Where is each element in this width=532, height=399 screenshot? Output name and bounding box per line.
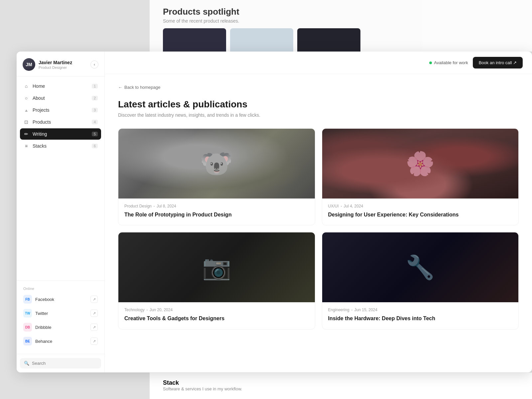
- main-content: Available for work Book an intro call ↗ …: [105, 52, 532, 372]
- sidebar-item-facebook[interactable]: FB Facebook ↗: [20, 293, 101, 306]
- back-to-homepage-link[interactable]: ← Back to homepage: [118, 85, 519, 90]
- page-subtitle: Discover the latest industry news, insig…: [118, 112, 519, 118]
- article-body-4: Engineering Jun 15, 2024 Inside the Hard…: [322, 302, 519, 329]
- twitter-badge: TW: [23, 309, 32, 318]
- sidebar-item-label-projects: Projects: [33, 107, 92, 113]
- sidebar-item-label-stacks: Stacks: [33, 143, 92, 149]
- article-date-1: Jul 8, 2024: [157, 204, 176, 208]
- article-body-3: Technology Jun 20, 2024 Creative Tools &…: [118, 302, 315, 329]
- pen-icon: ✏: [23, 131, 29, 137]
- avatar: JM: [23, 58, 35, 71]
- article-body-1: Product Design Jul 8, 2024 The Role of P…: [118, 199, 315, 225]
- sidebar-item-about[interactable]: ○ About 2: [20, 92, 101, 104]
- search-section: 🔍: [17, 354, 104, 372]
- article-title-3: Creative Tools & Gadgets for Designers: [124, 315, 309, 322]
- online-label: Online: [20, 284, 101, 293]
- online-section: Online FB Facebook ↗ TW Twitter ↗ DB Dri…: [17, 280, 104, 354]
- article-date-4: Jun 15, 2024: [354, 308, 377, 312]
- bg-products-title: Products spotlight: [163, 7, 519, 17]
- article-category-1: Product Design: [124, 204, 152, 208]
- sidebar-item-num-home: 1: [92, 84, 98, 88]
- sidebar-item-products[interactable]: ⊡ Products 4: [20, 116, 101, 128]
- sidebar-item-dribbble[interactable]: DB Dribbble ↗: [20, 321, 101, 334]
- back-label: Back to homepage: [124, 85, 160, 90]
- bg-product-img-1: [163, 28, 226, 55]
- sidebar-item-behance[interactable]: BE Behance ↗: [20, 334, 101, 348]
- article-card-3[interactable]: Technology Jun 20, 2024 Creative Tools &…: [118, 232, 315, 329]
- sidebar-item-label-about: About: [33, 95, 92, 101]
- article-category-2: UX/UI: [328, 204, 339, 208]
- bg-stack-bar: Stack Software & services I use in my wo…: [150, 372, 532, 399]
- home-icon: ⌂: [23, 83, 29, 89]
- book-intro-call-button[interactable]: Book an intro call ↗: [473, 57, 523, 68]
- top-bar: Available for work Book an intro call ↗: [105, 52, 532, 74]
- bg-stack-subtitle: Software & services I use in my workflow…: [163, 386, 519, 391]
- sidebar-item-label-products: Products: [33, 119, 92, 125]
- user-icon: ○: [23, 95, 29, 101]
- status-indicator: Available for work: [429, 60, 468, 65]
- book-btn-label: Book an intro call ↗: [479, 60, 517, 65]
- nav-section: ⌂ Home 1 ○ About 2 ⟁ Projects 3 ⊡ Produc…: [17, 76, 104, 280]
- bg-product-img-2: [230, 28, 293, 55]
- sidebar-item-num-products: 4: [92, 120, 98, 124]
- articles-grid: Product Design Jul 8, 2024 The Role of P…: [118, 128, 519, 330]
- behance-link-icon: ↗: [90, 337, 98, 345]
- sidebar-item-label-writing: Writing: [33, 131, 92, 137]
- facebook-label: Facebook: [35, 297, 90, 302]
- article-image-2: [322, 129, 519, 199]
- bg-stack-title: Stack: [163, 379, 519, 386]
- briefcase-icon: ⟁: [23, 107, 29, 113]
- sidebar-item-projects[interactable]: ⟁ Projects 3: [20, 104, 101, 116]
- article-image-1: [118, 129, 315, 199]
- status-text: Available for work: [434, 60, 468, 65]
- article-card-1[interactable]: Product Design Jul 8, 2024 The Role of P…: [118, 128, 315, 225]
- article-card-2[interactable]: UX/UI Jul 4, 2024 Designing for User Exp…: [322, 128, 519, 225]
- article-date-2: Jul 4, 2024: [344, 204, 363, 208]
- article-body-2: UX/UI Jul 4, 2024 Designing for User Exp…: [322, 199, 519, 225]
- search-box[interactable]: 🔍: [20, 358, 101, 368]
- article-title-2: Designing for User Experience: Key Consi…: [328, 211, 513, 218]
- article-meta-2: UX/UI Jul 4, 2024: [328, 204, 513, 208]
- sidebar-item-twitter[interactable]: TW Twitter ↗: [20, 307, 101, 320]
- collapse-sidebar-button[interactable]: ‹: [90, 61, 98, 68]
- article-title-4: Inside the Hardware: Deep Dives into Tec…: [328, 315, 513, 322]
- sidebar-item-num-projects: 3: [92, 108, 98, 112]
- sidebar-item-stacks[interactable]: ≡ Stacks 6: [20, 140, 101, 152]
- article-category-3: Technology: [124, 308, 145, 312]
- dribbble-badge: DB: [23, 323, 32, 332]
- user-role: Product Designer: [39, 66, 72, 69]
- twitter-link-icon: ↗: [90, 310, 98, 317]
- facebook-badge: FB: [23, 295, 32, 304]
- dribbble-label: Dribbble: [35, 325, 90, 330]
- user-info: JM Javier Martinez Product Designer: [23, 58, 72, 71]
- article-image-4: [322, 232, 519, 302]
- sidebar-item-num-stacks: 6: [92, 144, 98, 148]
- article-date-3: Jun 20, 2024: [150, 308, 173, 312]
- bg-product-img-3: [297, 28, 360, 55]
- sidebar-header: JM Javier Martinez Product Designer ‹: [17, 52, 104, 76]
- sidebar-item-label-home: Home: [33, 83, 92, 89]
- user-details: Javier Martinez Product Designer: [39, 60, 72, 69]
- sidebar-item-num-writing: 5: [92, 132, 98, 136]
- sidebar-item-num-about: 2: [92, 96, 98, 100]
- meta-dot-3: [147, 310, 148, 311]
- sidebar-item-home[interactable]: ⌂ Home 1: [20, 80, 101, 92]
- bg-products-card: Products spotlight Some of the recent pr…: [150, 0, 532, 52]
- article-meta-1: Product Design Jul 8, 2024: [124, 204, 309, 208]
- meta-dot-4: [351, 310, 352, 311]
- layers-icon: ≡: [23, 143, 29, 149]
- article-category-4: Engineering: [328, 308, 349, 312]
- sidebar-item-writing[interactable]: ✏ Writing 5: [20, 128, 101, 140]
- article-image-3: [118, 232, 315, 302]
- user-name: Javier Martinez: [39, 60, 72, 65]
- article-meta-4: Engineering Jun 15, 2024: [328, 308, 513, 312]
- search-input[interactable]: [32, 361, 97, 366]
- main-window: JM Javier Martinez Product Designer ‹ ⌂ …: [17, 52, 532, 372]
- facebook-link-icon: ↗: [90, 296, 98, 303]
- article-meta-3: Technology Jun 20, 2024: [124, 308, 309, 312]
- article-title-1: The Role of Prototyping in Product Desig…: [124, 211, 309, 218]
- article-card-4[interactable]: Engineering Jun 15, 2024 Inside the Hard…: [322, 232, 519, 329]
- behance-badge: BE: [23, 337, 32, 345]
- search-icon: 🔍: [24, 361, 29, 366]
- back-arrow: ←: [118, 85, 122, 90]
